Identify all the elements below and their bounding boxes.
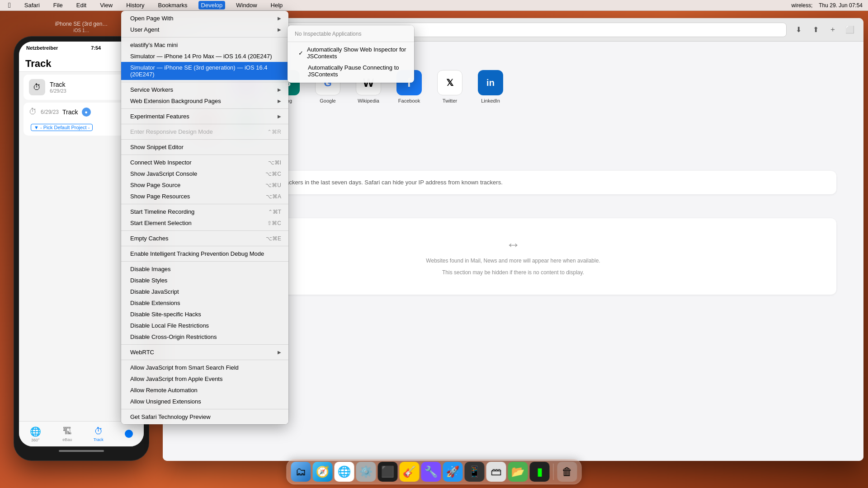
menu-responsive-design: Enter Responsive Design Mode ⌃⌘R — [121, 126, 288, 137]
menu-allow-js-smart[interactable]: Allow JavaScript from Smart Search Field — [121, 362, 288, 373]
menu-disable-cors[interactable]: Disable Cross-Origin Restrictions — [121, 331, 288, 343]
suggestions-text2: This section may be hidden if there is n… — [442, 268, 584, 277]
fav-linkedin[interactable]: in LinkedIn — [475, 70, 506, 103]
dock-files[interactable]: 📂 — [508, 462, 528, 482]
menu-safari-preview[interactable]: Get Safari Technology Preview — [121, 411, 288, 422]
menu-snippet-editor[interactable]: Show Snippet Editor — [121, 141, 288, 153]
project-picker[interactable]: ▼ - Pick Default Project - — [31, 124, 93, 131]
dock-separator — [553, 464, 554, 480]
share-button[interactable]: ⬆ — [809, 23, 822, 36]
fav-linkedin-label: LinkedIn — [481, 98, 500, 103]
safari-toolbar-right: ⬇ ⬆ ＋ ⬜ — [792, 23, 856, 36]
menubar-view[interactable]: View — [97, 1, 115, 9]
add-tab-button[interactable]: ＋ — [826, 23, 839, 36]
fav-linkedin-icon: in — [478, 70, 503, 95]
fav-wikipedia-label: Wikipedia — [358, 98, 379, 103]
menu-allow-unsigned-ext[interactable]: Allow Unsigned Extensions — [121, 396, 288, 407]
fav-twitter[interactable]: 𝕏 Twitter — [434, 70, 466, 103]
menubar-help[interactable]: Help — [268, 1, 286, 9]
menu-open-page-with[interactable]: Open Page With ▶ — [121, 13, 288, 24]
checkmark-icon: ✓ — [298, 50, 303, 56]
menubar-develop[interactable]: Develop — [198, 1, 226, 9]
menu-webrtc[interactable]: WebRTC ▶ — [121, 347, 288, 358]
list-item2-date: 6/29/23 — [41, 109, 59, 115]
iphone-tabbar: 🌐 360° 🏗 eBau ⏱ Track — [19, 421, 144, 446]
iphone-home-bar — [19, 446, 144, 455]
menu-itp-debug[interactable]: Enable Intelligent Tracking Prevention D… — [121, 248, 288, 259]
menu-allow-remote-auto[interactable]: Allow Remote Automation — [121, 385, 288, 396]
list-item2-avatar: ● — [82, 108, 91, 117]
dock-system-prefs[interactable]: ⚙️ — [356, 462, 376, 482]
menubar-right: wireless; Thu 29. Jun 07:54 — [792, 2, 863, 9]
list-item2-label: Track — [62, 108, 78, 116]
tabs-button[interactable]: ⬜ — [844, 23, 856, 36]
menubar-safari[interactable]: Safari — [22, 1, 42, 9]
menu-disable-styles[interactable]: Disable Styles — [121, 275, 288, 286]
inspector-auto-show[interactable]: ✓ Automatically Show Web Inspector for J… — [288, 44, 414, 62]
menu-timeline[interactable]: Start Timeline Recording ⌃⌘T — [121, 206, 288, 217]
menu-disable-site-hacks[interactable]: Disable Site-specific Hacks — [121, 309, 288, 320]
dock-terminal2[interactable]: ▮ — [530, 462, 550, 482]
menu-sim-iphonese[interactable]: Simulator — iPhone SE (3rd generation) —… — [121, 62, 288, 80]
dock-simulator[interactable]: 📱 — [465, 462, 485, 482]
iphone-tab-extra[interactable] — [125, 430, 133, 439]
menu-js-console[interactable]: Show JavaScript Console ⌥⌘C — [121, 168, 288, 179]
menu-sep-3 — [121, 108, 288, 109]
tab-ebau-icon: 🏗 — [63, 426, 72, 436]
menu-disable-extensions[interactable]: Disable Extensions — [121, 297, 288, 309]
menubar-file[interactable]: File — [51, 1, 66, 9]
iphone-tab-track[interactable]: ⏱ Track — [94, 426, 104, 442]
menu-empty-caches[interactable]: Empty Caches ⌥⌘E — [121, 233, 288, 244]
menu-element-selection[interactable]: Start Element Selection ⇧⌘C — [121, 217, 288, 229]
dock-finder[interactable]: 🗂 — [291, 462, 311, 482]
dock-app1[interactable]: 🎸 — [400, 462, 420, 482]
menu-disable-local-file[interactable]: Disable Local File Restrictions — [121, 320, 288, 331]
menu-disable-images[interactable]: Disable Images — [121, 263, 288, 275]
suggestions-icon: ↔ — [506, 236, 520, 253]
menu-sim-iphone14[interactable]: Simulator — iPhone 14 Pro Max — iOS 16.4… — [121, 51, 288, 62]
suggestions-text1: Websites found in Mail, News and more wi… — [426, 257, 600, 265]
menu-sep-6 — [121, 155, 288, 155]
menu-sep-7 — [121, 204, 288, 204]
iphone-time: 7:54 — [91, 45, 101, 51]
dock-trash[interactable]: 🗑 — [557, 462, 577, 482]
list-item2-icon: ⏱ — [29, 107, 37, 117]
menu-web-inspector[interactable]: Connect Web Inspector ⌥⌘I — [121, 157, 288, 168]
privacy-report-text: Safari has not encountered any trackers … — [199, 178, 827, 187]
menu-disable-js[interactable]: Disable JavaScript — [121, 286, 288, 297]
home-indicator — [59, 450, 104, 452]
menu-page-source[interactable]: Show Page Source ⌥⌘U — [121, 179, 288, 191]
menu-user-agent[interactable]: User Agent ▶ — [121, 24, 288, 35]
dock-terminal[interactable]: ⬛ — [378, 462, 398, 482]
iphone-tab-360[interactable]: 🌐 360° — [30, 426, 41, 442]
menu-elastify[interactable]: elastify's Mac mini — [121, 39, 288, 51]
inspector-sep — [288, 42, 414, 42]
iphone-app-title: Track — [25, 58, 137, 70]
dock-app5[interactable]: 🗃 — [486, 462, 506, 482]
menu-sep-8 — [121, 230, 288, 231]
menu-sep-11 — [121, 344, 288, 345]
inspector-auto-show-label: Automatically Show Web Inspector for JSC… — [307, 46, 407, 60]
menubar-history[interactable]: History — [123, 1, 147, 9]
menu-sep-13 — [121, 409, 288, 409]
inspector-auto-pause[interactable]: Automatically Pause Connecting to JSCont… — [288, 62, 414, 80]
menu-web-extension[interactable]: Web Extension Background Pages ▶ — [121, 95, 288, 107]
dock-app3[interactable]: 🚀 — [443, 462, 463, 482]
download-button[interactable]: ⬇ — [792, 23, 805, 36]
menu-experimental[interactable]: Experimental Features ▶ — [121, 111, 288, 122]
iphone-tab-ebau[interactable]: 🏗 eBau — [62, 426, 72, 442]
fav-google-label: Google — [320, 98, 335, 103]
menu-allow-js-events[interactable]: Allow JavaScript from Apple Events — [121, 373, 288, 385]
list-item-text: Track 6/29/23 — [50, 81, 125, 94]
menubar-window[interactable]: Window — [233, 1, 259, 9]
menubar-edit[interactable]: Edit — [74, 1, 89, 9]
apple-menu[interactable]:  — [5, 0, 14, 10]
dock-app2[interactable]: 🔧 — [421, 462, 441, 482]
menu-service-workers[interactable]: Service Workers ▶ — [121, 84, 288, 95]
tab-360-icon: 🌐 — [30, 426, 41, 437]
dock-chrome[interactable]: 🌐 — [335, 462, 354, 482]
menubar-bookmarks[interactable]: Bookmarks — [156, 1, 190, 9]
menu-page-resources[interactable]: Show Page Resources ⌥⌘A — [121, 191, 288, 202]
inspector-popup: No Inspectable Applications ✓ Automatica… — [288, 25, 414, 83]
dock-safari[interactable]: 🧭 — [313, 462, 333, 482]
